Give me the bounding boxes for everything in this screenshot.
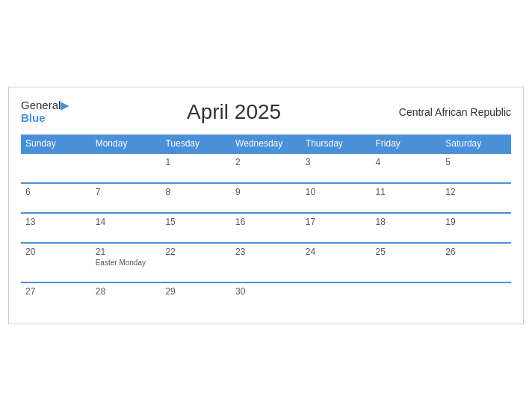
day-cell: 20 bbox=[21, 243, 91, 282]
day-cell: 7 bbox=[91, 183, 161, 213]
logo-blue-text: Blue bbox=[21, 112, 69, 125]
day-cell: 4 bbox=[371, 153, 442, 183]
weekday-header-monday: Monday bbox=[91, 135, 161, 153]
day-number: 10 bbox=[306, 187, 367, 197]
day-cell: 27 bbox=[21, 282, 91, 312]
day-cell: 25 bbox=[371, 243, 442, 282]
week-row-2: 6789101112 bbox=[21, 183, 511, 213]
calendar-title: April 2025 bbox=[187, 100, 281, 124]
day-cell: 6 bbox=[21, 183, 91, 213]
day-cell: 30 bbox=[231, 282, 301, 312]
weekday-header-thursday: Thursday bbox=[301, 135, 371, 153]
day-cell bbox=[301, 282, 371, 312]
day-number: 1 bbox=[165, 157, 226, 167]
day-cell: 14 bbox=[91, 213, 161, 243]
day-cell: 26 bbox=[441, 243, 511, 282]
weekday-header-row: SundayMondayTuesdayWednesdayThursdayFrid… bbox=[21, 135, 511, 153]
day-number: 16 bbox=[235, 217, 297, 227]
calendar-container: General▶ Blue April 2025 Central African… bbox=[8, 87, 524, 324]
day-cell: 10 bbox=[301, 183, 371, 213]
day-number: 23 bbox=[235, 247, 297, 257]
day-number: 30 bbox=[235, 286, 297, 297]
day-cell bbox=[91, 153, 161, 183]
day-number: 12 bbox=[445, 187, 507, 197]
day-number: 6 bbox=[25, 187, 87, 197]
day-number: 17 bbox=[306, 217, 367, 227]
calendar-region: Central African Republic bbox=[399, 106, 511, 118]
day-cell: 12 bbox=[441, 183, 511, 213]
day-number: 15 bbox=[165, 217, 226, 227]
day-cell: 28 bbox=[91, 282, 161, 312]
day-cell: 24 bbox=[301, 243, 371, 282]
day-number: 5 bbox=[445, 157, 507, 167]
day-cell bbox=[21, 153, 91, 183]
day-number: 7 bbox=[96, 187, 157, 197]
day-cell: 16 bbox=[231, 213, 301, 243]
day-number: 3 bbox=[306, 157, 367, 167]
day-cell: 18 bbox=[371, 213, 442, 243]
day-number: 24 bbox=[306, 247, 367, 257]
logo-general-text: General▶ bbox=[21, 99, 69, 112]
week-row-3: 13141516171819 bbox=[21, 213, 511, 243]
day-number: 18 bbox=[376, 217, 437, 227]
day-number: 25 bbox=[376, 247, 437, 257]
day-number: 27 bbox=[25, 286, 87, 297]
week-row-1: 12345 bbox=[21, 153, 511, 183]
day-cell: 29 bbox=[161, 282, 231, 312]
weekday-header-wednesday: Wednesday bbox=[231, 135, 301, 153]
holiday-label: Easter Monday bbox=[96, 259, 157, 267]
week-row-4: 2021Easter Monday2223242526 bbox=[21, 243, 511, 282]
day-number: 22 bbox=[165, 247, 226, 257]
day-number: 13 bbox=[25, 217, 87, 227]
day-number: 29 bbox=[165, 286, 226, 297]
weekday-header-tuesday: Tuesday bbox=[161, 135, 231, 153]
calendar-grid: SundayMondayTuesdayWednesdayThursdayFrid… bbox=[21, 135, 511, 312]
day-cell: 15 bbox=[161, 213, 231, 243]
day-number: 19 bbox=[445, 217, 507, 227]
day-number: 26 bbox=[445, 247, 507, 257]
day-cell: 11 bbox=[371, 183, 442, 213]
day-number: 2 bbox=[235, 157, 297, 167]
day-number: 9 bbox=[235, 187, 297, 197]
day-cell: 22 bbox=[161, 243, 231, 282]
weekday-header-sunday: Sunday bbox=[21, 135, 91, 153]
day-cell: 8 bbox=[161, 183, 231, 213]
day-number: 8 bbox=[165, 187, 226, 197]
week-row-5: 27282930 bbox=[21, 282, 511, 312]
day-cell bbox=[441, 282, 511, 312]
day-cell: 1 bbox=[161, 153, 231, 183]
day-cell bbox=[371, 282, 442, 312]
day-cell: 21Easter Monday bbox=[91, 243, 161, 282]
day-cell: 5 bbox=[441, 153, 511, 183]
calendar-header: General▶ Blue April 2025 Central African… bbox=[21, 99, 511, 124]
day-number: 4 bbox=[376, 157, 437, 167]
day-cell: 3 bbox=[301, 153, 371, 183]
day-number: 20 bbox=[25, 247, 87, 257]
day-cell: 2 bbox=[231, 153, 301, 183]
day-number: 14 bbox=[96, 217, 157, 227]
day-number: 11 bbox=[376, 187, 437, 197]
day-cell: 23 bbox=[231, 243, 301, 282]
day-cell: 19 bbox=[441, 213, 511, 243]
day-cell: 9 bbox=[231, 183, 301, 213]
day-number: 28 bbox=[96, 286, 157, 297]
day-number: 21 bbox=[96, 247, 157, 257]
logo: General▶ Blue bbox=[21, 99, 69, 124]
day-cell: 17 bbox=[301, 213, 371, 243]
weekday-header-saturday: Saturday bbox=[441, 135, 511, 153]
day-cell: 13 bbox=[21, 213, 91, 243]
weekday-header-friday: Friday bbox=[371, 135, 442, 153]
